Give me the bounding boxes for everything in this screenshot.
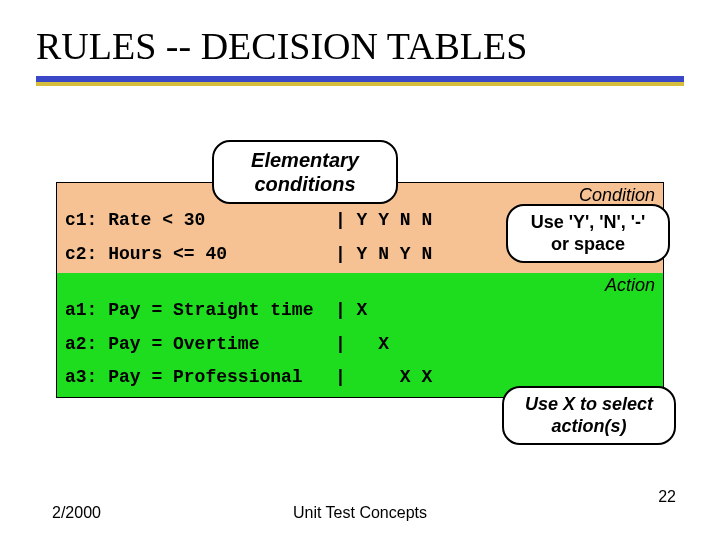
footer-page-number: 22: [658, 488, 676, 506]
act-lhs: a3: Pay = Professional: [65, 367, 335, 389]
actions-block: Action a1: Pay = Straight time| X a2: Pa…: [57, 273, 663, 397]
act-lhs: a2: Pay = Overtime: [65, 334, 335, 356]
act-rhs: | X: [335, 334, 389, 354]
act-lhs: a1: Pay = Straight time: [65, 300, 335, 322]
act-rhs: | X: [335, 300, 367, 320]
action-row: a2: Pay = Overtime| X: [57, 330, 663, 364]
slide: RULES -- DECISION TABLES Condition c1: R…: [0, 0, 720, 540]
cond-lhs: c2: Hours <= 40: [65, 244, 335, 266]
actions-section-label: Action: [57, 273, 663, 296]
callout-elementary-conditions: Elementary conditions: [212, 140, 398, 204]
cond-rhs: | Y Y N N: [335, 210, 432, 230]
action-row: a1: Pay = Straight time| X: [57, 296, 663, 330]
cond-lhs: c1: Rate < 30: [65, 210, 335, 232]
act-rhs: | X X: [335, 367, 432, 387]
footer-center: Unit Test Concepts: [0, 504, 720, 522]
cond-rhs: | Y N Y N: [335, 244, 432, 264]
title-underline-gold: [36, 82, 684, 86]
page-title: RULES -- DECISION TABLES: [0, 0, 720, 76]
callout-use-ynspace: Use 'Y', 'N', '-' or space: [506, 204, 670, 263]
callout-use-x: Use X to select action(s): [502, 386, 676, 445]
